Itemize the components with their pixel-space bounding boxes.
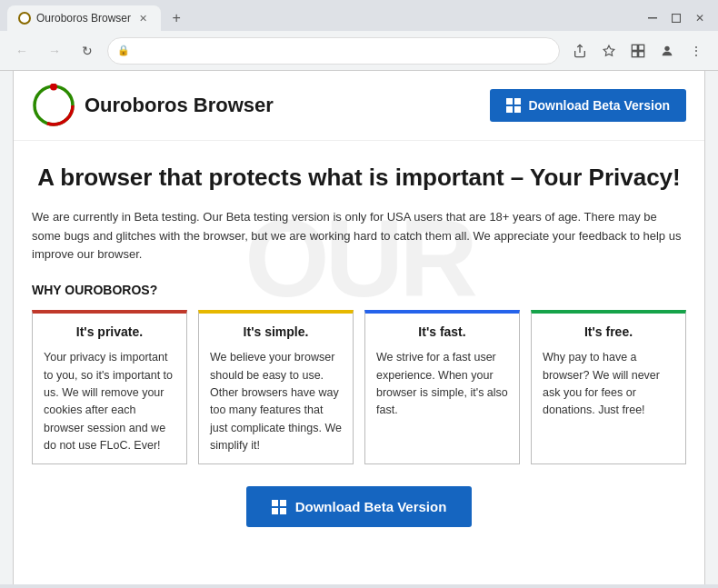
header-download-label: Download Beta Version [528,98,670,113]
logo-svg [32,84,75,127]
toolbar-icons: ⋮ [567,38,709,64]
main-content: OUR A browser that protects what is impo… [14,141,704,567]
forward-button[interactable]: → [42,38,67,64]
svg-point-8 [664,45,669,50]
svg-rect-0 [648,17,657,19]
svg-rect-7 [632,51,637,56]
card-free-body: Why pay to have a browser? We will never… [543,349,674,420]
tab-favicon [18,12,31,25]
svg-rect-4 [632,45,637,50]
active-tab[interactable]: Ouroboros Browser ✕ [7,5,161,31]
logo-text: Ouroboros Browser [85,94,274,117]
share-icon[interactable] [567,38,593,64]
svg-marker-3 [603,45,614,55]
main-download-label: Download Beta Version [295,499,447,514]
extensions-icon[interactable] [625,38,651,64]
header-download-button[interactable]: Download Beta Version [490,89,686,122]
tab-area: Ouroboros Browser ✕ + [7,5,188,31]
lock-icon: 🔒 [117,45,130,56]
windows-icon [506,98,521,113]
svg-rect-6 [639,51,644,56]
address-box[interactable]: 🔒 [107,37,560,65]
site-header: Ouroboros Browser Download Beta Version [14,71,704,141]
new-tab-button[interactable]: + [165,6,188,30]
main-download-button[interactable]: Download Beta Version [246,486,473,527]
close-button[interactable]: ✕ [689,7,711,29]
card-fast-title: It's fast. [376,323,508,342]
svg-rect-5 [639,45,644,50]
hero-description: We are currently in Beta testing. Our Be… [32,208,686,264]
address-bar-row: ← → ↻ 🔒 ⋮ [0,31,718,71]
tab-title: Ouroboros Browser [36,12,131,25]
card-private-body: Your privacy is important to you, so it'… [44,349,175,454]
why-heading: WHY OUROBOROS? [32,283,686,297]
tab-close-button[interactable]: ✕ [136,12,150,25]
back-button[interactable]: ← [9,38,35,64]
card-private-title: It's private. [44,323,175,342]
profile-icon[interactable] [654,38,680,64]
bookmark-icon[interactable] [596,38,622,64]
card-private: It's private. Your privacy is important … [32,310,187,464]
logo-area: Ouroboros Browser [32,84,274,127]
card-free-title: It's free. [543,323,674,342]
download-center: Download Beta Version [32,486,686,527]
menu-icon[interactable]: ⋮ [683,38,709,64]
card-simple-title: It's simple. [210,323,342,342]
feature-cards: It's private. Your privacy is important … [32,310,686,464]
title-bar: Ouroboros Browser ✕ + ✕ [0,0,718,31]
svg-rect-1 [673,15,681,23]
window-controls: ✕ [642,7,711,29]
browser-chrome: Ouroboros Browser ✕ + ✕ ← → ↻ 🔒 [0,0,718,584]
svg-point-11 [50,84,57,91]
card-simple: It's simple. We believe your browser sho… [198,310,354,464]
reload-button[interactable]: ↻ [75,38,100,64]
card-free: It's free. Why pay to have a browser? We… [531,310,686,464]
card-simple-body: We believe your browser should be easy t… [210,349,342,454]
maximize-button[interactable] [665,7,687,29]
card-fast: It's fast. We strive for a fast user exp… [364,310,520,464]
hero-title: A browser that protects what is importan… [32,163,686,194]
page-content: Ouroboros Browser Download Beta Version … [13,71,705,584]
windows-icon-main [272,500,286,514]
card-fast-body: We strive for a fast user experience. Wh… [376,349,508,420]
minimize-button[interactable] [642,7,663,29]
